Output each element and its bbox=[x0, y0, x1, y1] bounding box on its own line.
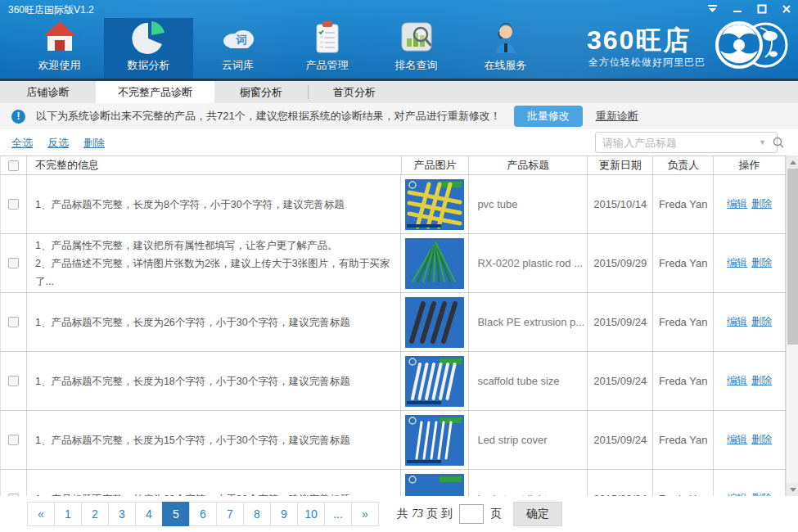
vertical-scrollbar[interactable] bbox=[786, 156, 798, 496]
logo-area: 360旺店 全方位轻松做好阿里巴巴 bbox=[587, 20, 791, 75]
tab-2[interactable]: 不完整产品诊断 bbox=[96, 81, 214, 103]
menu-caret-icon[interactable] bbox=[707, 4, 718, 14]
delete-link[interactable]: 删除 bbox=[751, 433, 772, 447]
globe-logo-icon bbox=[713, 18, 791, 75]
delete-link-toolbar[interactable]: 删除 bbox=[83, 136, 105, 151]
header-product-image: 产品图片 bbox=[402, 156, 470, 174]
confirm-button[interactable]: 确定 bbox=[513, 502, 562, 526]
table-row: 1、产品标题不完整，长度为15个字符，小于30个字符，建议完善标题 Led st… bbox=[1, 411, 786, 470]
scroll-up-icon[interactable] bbox=[787, 156, 798, 169]
owner-name: Freda Yan bbox=[659, 257, 708, 269]
delete-link[interactable]: 删除 bbox=[751, 256, 772, 270]
product-image[interactable] bbox=[405, 179, 464, 230]
nav-item-clipboard[interactable]: 产品管理 bbox=[282, 18, 372, 79]
scrollbar-thumb[interactable] bbox=[787, 169, 798, 345]
page-3[interactable]: 3 bbox=[108, 502, 136, 526]
delete-link[interactable]: 删除 bbox=[751, 315, 772, 329]
window-title: 360旺店国际版V1.2 bbox=[8, 3, 94, 17]
product-title: Led strip cover bbox=[477, 434, 547, 446]
issue-text: 1、产品标题不完整，长度为26个字符，小于30个字符，建议完善标题 bbox=[35, 313, 350, 331]
minimize-icon[interactable] bbox=[732, 4, 742, 14]
product-title: pvc tube bbox=[477, 198, 517, 210]
goto-page-input[interactable] bbox=[459, 504, 484, 524]
page-2[interactable]: 2 bbox=[81, 502, 109, 526]
search-input[interactable] bbox=[596, 137, 753, 149]
page-6[interactable]: 6 bbox=[189, 502, 217, 526]
page-prev[interactable]: « bbox=[27, 502, 55, 526]
update-date: 2015/09/24 bbox=[593, 316, 647, 328]
page-8[interactable]: 8 bbox=[243, 502, 271, 526]
product-image[interactable] bbox=[405, 238, 464, 289]
select-all-link[interactable]: 全选 bbox=[11, 136, 33, 151]
info-exclamation-icon: ! bbox=[11, 110, 25, 124]
tab-3[interactable]: 橱窗分析 bbox=[214, 81, 308, 103]
issue-text: 1、产品标题不完整，长度为18个字符，小于30个字符，建议完善标题 bbox=[35, 372, 350, 390]
nav-item-home[interactable]: 欢迎使用 bbox=[15, 18, 104, 79]
edit-link[interactable]: 编辑 bbox=[727, 197, 747, 211]
page-5[interactable]: 5 bbox=[162, 502, 190, 526]
page-10[interactable]: 10 bbox=[297, 502, 325, 526]
main-nav: 欢迎使用 数据分析 词 云词库 产品管理 排名查询 在线服务 bbox=[15, 18, 550, 79]
header-incomplete-info: 不完整的信息 bbox=[27, 156, 402, 174]
row-checkbox[interactable] bbox=[8, 317, 19, 327]
brand-logo-text: 360旺店 bbox=[587, 23, 691, 59]
scroll-down-icon[interactable] bbox=[787, 483, 798, 496]
bulk-edit-button[interactable]: 批量修改 bbox=[514, 106, 583, 127]
page-next[interactable]: » bbox=[351, 502, 379, 526]
select-all-checkbox[interactable] bbox=[8, 160, 19, 171]
caret-down-icon[interactable]: ▼ bbox=[753, 138, 772, 147]
search-icon[interactable] bbox=[772, 133, 785, 152]
product-title: RX-0202 plastic rod ... bbox=[477, 257, 583, 269]
row-checkbox[interactable] bbox=[8, 435, 19, 445]
brand-tagline: 全方位轻松做好阿里巴巴 bbox=[588, 56, 706, 70]
owner-name: Freda Yan bbox=[659, 316, 708, 328]
tab-bar: 店铺诊断 不完整产品诊断 橱窗分析 首页分析 bbox=[0, 79, 798, 103]
delete-link[interactable]: 删除 bbox=[751, 197, 772, 211]
row-issues: 1、产品标题不完整，长度为15个字符，小于30个字符，建议完善标题 bbox=[27, 411, 402, 469]
rank-search-icon bbox=[399, 19, 435, 55]
list-toolbar: 全选 反选 删除 ▼ bbox=[0, 129, 798, 156]
nav-item-cloud-word[interactable]: 词 云词库 bbox=[193, 18, 282, 79]
nav-item-pie-chart[interactable]: 数据分析 bbox=[104, 18, 193, 79]
maximize-icon[interactable] bbox=[756, 4, 767, 14]
edit-link[interactable]: 编辑 bbox=[727, 374, 747, 388]
update-date: 2015/09/24 bbox=[593, 434, 647, 446]
update-date: 2015/10/14 bbox=[593, 198, 647, 210]
cloud-word-icon: 词 bbox=[220, 19, 256, 55]
row-issues: 1、产品属性不完整，建议把所有属性都填写，让客户更了解产品。2、产品描述不完整，… bbox=[27, 234, 402, 292]
product-image[interactable] bbox=[405, 415, 464, 466]
title-bar: 360旺店国际版V1.2 bbox=[0, 0, 798, 18]
row-checkbox[interactable] bbox=[8, 376, 19, 386]
home-icon bbox=[42, 19, 78, 55]
app-header: 360旺店国际版V1.2 欢迎使用 数据分析 bbox=[0, 0, 798, 79]
nav-item-online-service[interactable]: 在线服务 bbox=[461, 18, 550, 79]
page-9[interactable]: 9 bbox=[270, 502, 298, 526]
close-icon[interactable] bbox=[781, 4, 791, 14]
invert-select-link[interactable]: 反选 bbox=[47, 136, 69, 151]
clipboard-icon bbox=[309, 19, 345, 55]
page-ellipsis[interactable]: ... bbox=[324, 502, 352, 526]
nav-item-rank-search[interactable]: 排名查询 bbox=[372, 18, 461, 79]
total-pages: 73 bbox=[412, 507, 423, 521]
app-window: 360旺店国际版V1.2 欢迎使用 数据分析 bbox=[0, 0, 798, 532]
page-7[interactable]: 7 bbox=[216, 502, 244, 526]
table-row: 1、产品标题不完整，长度为8个字符，小于30个字符，建议完善标题 pvc tub… bbox=[1, 175, 786, 234]
row-checkbox[interactable] bbox=[8, 199, 19, 210]
product-image[interactable] bbox=[405, 474, 464, 497]
rediagnose-link[interactable]: 重新诊断 bbox=[596, 109, 638, 124]
issue-text: 1、产品标题不完整，长度为15个字符，小于30个字符，建议完善标题 bbox=[35, 431, 350, 449]
page-4[interactable]: 4 bbox=[135, 502, 163, 526]
row-issues: 1、产品标题不完整，长度为8个字符，小于30个字符，建议完善标题 bbox=[27, 175, 402, 233]
delete-link[interactable]: 删除 bbox=[751, 374, 772, 388]
page-1[interactable]: 1 bbox=[54, 502, 82, 526]
tab-1[interactable]: 店铺诊断 bbox=[0, 81, 96, 103]
product-image[interactable] bbox=[405, 356, 464, 407]
edit-link[interactable]: 编辑 bbox=[727, 433, 747, 447]
product-image[interactable] bbox=[405, 297, 464, 348]
edit-link[interactable]: 编辑 bbox=[727, 315, 747, 329]
total-mid: 页 到 bbox=[426, 507, 453, 521]
row-checkbox[interactable] bbox=[8, 258, 19, 268]
edit-link[interactable]: 编辑 bbox=[727, 256, 747, 270]
tab-4[interactable]: 首页分析 bbox=[308, 81, 401, 103]
goto-suffix: 页 bbox=[490, 507, 502, 521]
